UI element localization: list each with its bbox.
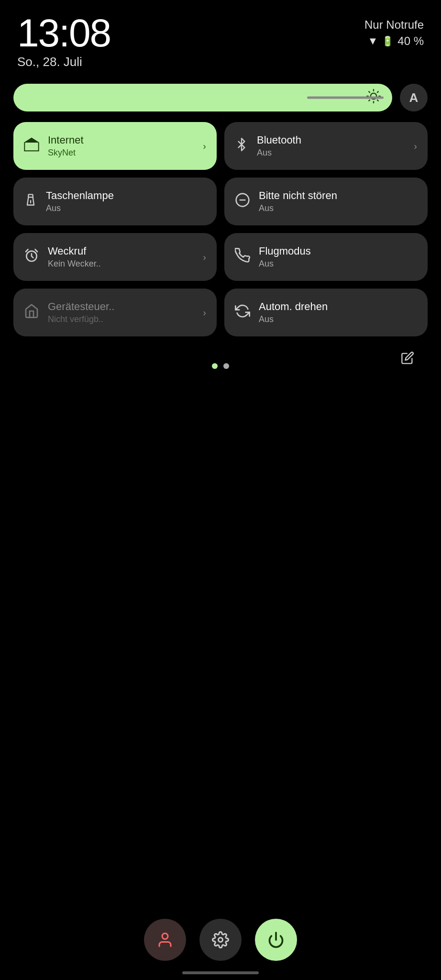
- brightness-slider[interactable]: [13, 84, 392, 111]
- tile-flugmodus[interactable]: Flugmodus Aus: [224, 233, 428, 281]
- autom-drehen-tile-text: Autom. drehen Aus: [259, 301, 417, 324]
- weckruf-title: Weckruf: [48, 245, 194, 257]
- svg-line-4: [377, 100, 378, 100]
- dnd-title: Bitte nicht stören: [259, 189, 417, 202]
- airplane-icon: [235, 248, 250, 267]
- svg-line-7: [369, 100, 370, 100]
- tile-autom-drehen[interactable]: Autom. drehen Aus: [224, 289, 428, 336]
- weckruf-subtitle: Kein Wecker..: [48, 259, 194, 269]
- pagination-dots: [212, 363, 229, 369]
- dnd-icon: [235, 192, 250, 211]
- tile-bluetooth[interactable]: Bluetooth Aus ›: [224, 122, 428, 170]
- brightness-row: A: [13, 84, 428, 111]
- taschenlampe-tile-text: Taschenlampe Aus: [46, 189, 206, 213]
- internet-title: Internet: [48, 134, 194, 146]
- quick-settings-panel: A Internet SkyNet ›: [0, 69, 441, 379]
- autom-drehen-title: Autom. drehen: [259, 301, 417, 313]
- person-button[interactable]: [144, 919, 186, 961]
- auto-brightness-button[interactable]: A: [400, 84, 428, 111]
- bluetooth-tile-text: Bluetooth Aus: [257, 134, 405, 157]
- dot-1: [212, 363, 218, 369]
- tile-dnd[interactable]: Bitte nicht stören Aus: [224, 178, 428, 225]
- charging-icon: 🔋: [382, 35, 394, 47]
- bottom-bar: [144, 919, 297, 961]
- svg-line-8: [377, 91, 378, 92]
- weckruf-chevron: ›: [203, 252, 206, 263]
- flugmodus-tile-text: Flugmodus Aus: [259, 245, 417, 268]
- auto-brightness-label: A: [409, 90, 419, 105]
- status-right: Nur Notrufe ▼ 🔋 40 %: [364, 13, 424, 48]
- svg-line-15: [26, 249, 28, 252]
- geratesteuerung-title: Gerätesteuer..: [48, 301, 194, 313]
- internet-tile-text: Internet SkyNet: [48, 134, 194, 157]
- svg-rect-10: [28, 194, 33, 197]
- tile-weckruf[interactable]: Weckruf Kein Wecker.. ›: [13, 233, 217, 281]
- settings-button[interactable]: [199, 919, 242, 961]
- svg-line-16: [35, 249, 37, 252]
- dot-2: [223, 363, 229, 369]
- flashlight-icon: [24, 192, 37, 211]
- svg-line-3: [369, 91, 370, 92]
- battery-percent: 40 %: [397, 34, 424, 48]
- tile-internet[interactable]: Internet SkyNet ›: [13, 122, 217, 170]
- home-indicator: [182, 971, 259, 974]
- geratesteuerung-chevron: ›: [203, 307, 206, 318]
- bluetooth-icon: [235, 137, 248, 156]
- weckruf-tile-text: Weckruf Kein Wecker..: [48, 245, 194, 268]
- svg-marker-9: [25, 138, 38, 142]
- status-icons: ▼ 🔋 40 %: [368, 34, 424, 48]
- wifi-status-icon: ▼: [368, 35, 378, 47]
- status-bar: 13:08 So., 28. Juli Nur Notrufe ▼ 🔋 40 %: [0, 0, 441, 69]
- date-display: So., 28. Juli: [17, 55, 110, 69]
- brightness-track: [307, 97, 384, 99]
- bluetooth-subtitle: Aus: [257, 148, 405, 158]
- pagination-row: [13, 350, 428, 369]
- rotate-icon: [235, 303, 250, 322]
- flugmodus-title: Flugmodus: [259, 245, 417, 257]
- bluetooth-title: Bluetooth: [257, 134, 405, 146]
- empty-area: [0, 379, 441, 752]
- home-icon: [24, 303, 39, 322]
- notification-mode: Nur Notrufe: [364, 18, 424, 32]
- bluetooth-chevron: ›: [414, 141, 417, 152]
- time-display: 13:08: [17, 13, 110, 53]
- power-button[interactable]: [255, 919, 297, 961]
- flugmodus-subtitle: Aus: [259, 259, 417, 269]
- edit-icon[interactable]: [401, 351, 414, 368]
- svg-point-18: [219, 938, 223, 942]
- tile-geratesteuerung[interactable]: Gerätesteuer.. Nicht verfügb.. ›: [13, 289, 217, 336]
- geratesteuerung-tile-text: Gerätesteuer.. Nicht verfügb..: [48, 301, 194, 324]
- internet-icon: [24, 137, 39, 156]
- tiles-grid: Internet SkyNet › Bluetooth Aus ›: [13, 122, 428, 336]
- internet-chevron: ›: [203, 141, 206, 152]
- dnd-tile-text: Bitte nicht stören Aus: [259, 189, 417, 213]
- internet-subtitle: SkyNet: [48, 148, 194, 158]
- geratesteuerung-subtitle: Nicht verfügb..: [48, 314, 194, 324]
- taschenlampe-subtitle: Aus: [46, 203, 206, 213]
- alarm-icon: [24, 248, 39, 267]
- taschenlampe-title: Taschenlampe: [46, 189, 206, 202]
- dnd-subtitle: Aus: [259, 203, 417, 213]
- tile-taschenlampe[interactable]: Taschenlampe Aus: [13, 178, 217, 225]
- svg-point-17: [162, 934, 168, 939]
- autom-drehen-subtitle: Aus: [259, 314, 417, 324]
